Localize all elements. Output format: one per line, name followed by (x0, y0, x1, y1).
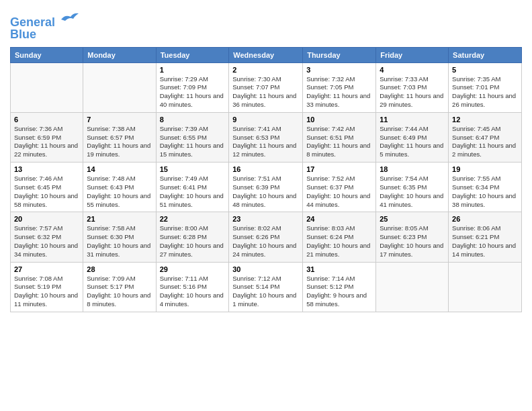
calendar-cell: 23Sunrise: 8:02 AM Sunset: 6:26 PM Dayli… (229, 212, 303, 262)
logo-bird-icon (60, 10, 80, 26)
day-info: Sunrise: 7:14 AM Sunset: 5:12 PM Dayligh… (306, 275, 372, 309)
calendar-cell: 27Sunrise: 7:08 AM Sunset: 5:19 PM Dayli… (11, 262, 83, 312)
day-number: 9 (232, 116, 299, 124)
calendar-cell: 6Sunrise: 7:36 AM Sunset: 6:59 PM Daylig… (11, 112, 83, 162)
day-header-thursday: Thursday (303, 47, 376, 62)
day-info: Sunrise: 7:41 AM Sunset: 6:53 PM Dayligh… (232, 125, 299, 159)
day-info: Sunrise: 7:09 AM Sunset: 5:17 PM Dayligh… (87, 275, 152, 309)
day-number: 3 (306, 66, 372, 74)
day-info: Sunrise: 8:00 AM Sunset: 6:28 PM Dayligh… (160, 224, 226, 259)
logo-blue: Blue (10, 28, 80, 42)
day-info: Sunrise: 7:45 AM Sunset: 6:47 PM Dayligh… (452, 125, 518, 159)
day-info: Sunrise: 7:12 AM Sunset: 5:14 PM Dayligh… (232, 275, 299, 309)
day-number: 6 (14, 116, 79, 124)
day-info: Sunrise: 7:49 AM Sunset: 6:41 PM Dayligh… (160, 175, 226, 209)
day-info: Sunrise: 7:42 AM Sunset: 6:51 PM Dayligh… (306, 125, 372, 159)
day-info: Sunrise: 7:55 AM Sunset: 6:34 PM Dayligh… (452, 175, 518, 209)
page: General Blue SundayMondayTuesdayWednesda… (0, 0, 532, 322)
day-header-tuesday: Tuesday (156, 47, 229, 62)
calendar-cell: 9Sunrise: 7:41 AM Sunset: 6:53 PM Daylig… (229, 112, 303, 162)
calendar-cell: 16Sunrise: 7:51 AM Sunset: 6:39 PM Dayli… (229, 163, 303, 212)
day-number: 27 (14, 265, 79, 273)
day-info: Sunrise: 7:32 AM Sunset: 7:05 PM Dayligh… (306, 75, 372, 109)
calendar-cell: 18Sunrise: 7:54 AM Sunset: 6:35 PM Dayli… (376, 163, 449, 212)
calendar-cell: 20Sunrise: 7:57 AM Sunset: 6:32 PM Dayli… (11, 212, 83, 262)
calendar-cell: 22Sunrise: 8:00 AM Sunset: 6:28 PM Dayli… (156, 212, 229, 262)
calendar-cell: 15Sunrise: 7:49 AM Sunset: 6:41 PM Dayli… (156, 163, 229, 212)
calendar-cell: 7Sunrise: 7:38 AM Sunset: 6:57 PM Daylig… (83, 112, 156, 162)
calendar-cell (449, 262, 522, 312)
day-number: 24 (306, 215, 372, 223)
calendar-cell: 26Sunrise: 8:06 AM Sunset: 6:21 PM Dayli… (449, 212, 522, 262)
calendar-cell: 5Sunrise: 7:35 AM Sunset: 7:01 PM Daylig… (449, 62, 522, 112)
calendar-cell: 8Sunrise: 7:39 AM Sunset: 6:55 PM Daylig… (156, 112, 229, 162)
calendar-cell: 12Sunrise: 7:45 AM Sunset: 6:47 PM Dayli… (449, 112, 522, 162)
day-info: Sunrise: 7:54 AM Sunset: 6:35 PM Dayligh… (380, 175, 445, 209)
calendar-cell: 14Sunrise: 7:48 AM Sunset: 6:43 PM Dayli… (83, 163, 156, 212)
calendar-cell: 30Sunrise: 7:12 AM Sunset: 5:14 PM Dayli… (229, 262, 303, 312)
day-number: 5 (452, 66, 518, 74)
calendar-week-2: 6Sunrise: 7:36 AM Sunset: 6:59 PM Daylig… (11, 112, 522, 162)
day-info: Sunrise: 7:48 AM Sunset: 6:43 PM Dayligh… (87, 175, 152, 209)
calendar-cell: 2Sunrise: 7:30 AM Sunset: 7:07 PM Daylig… (229, 62, 303, 112)
day-header-sunday: Sunday (11, 47, 83, 62)
day-number: 14 (87, 165, 152, 173)
day-info: Sunrise: 7:58 AM Sunset: 6:30 PM Dayligh… (87, 224, 152, 259)
calendar-cell: 17Sunrise: 7:52 AM Sunset: 6:37 PM Dayli… (303, 163, 376, 212)
day-number: 30 (232, 265, 299, 273)
day-info: Sunrise: 8:02 AM Sunset: 6:26 PM Dayligh… (232, 224, 299, 259)
day-info: Sunrise: 7:57 AM Sunset: 6:32 PM Dayligh… (14, 224, 79, 259)
calendar-cell: 29Sunrise: 7:11 AM Sunset: 5:16 PM Dayli… (156, 262, 229, 312)
day-number: 18 (380, 165, 445, 173)
calendar-cell: 1Sunrise: 7:29 AM Sunset: 7:09 PM Daylig… (156, 62, 229, 112)
day-number: 19 (452, 165, 518, 173)
calendar-cell (11, 62, 83, 112)
day-info: Sunrise: 7:08 AM Sunset: 5:19 PM Dayligh… (14, 275, 79, 309)
calendar-cell: 11Sunrise: 7:44 AM Sunset: 6:49 PM Dayli… (376, 112, 449, 162)
day-info: Sunrise: 7:29 AM Sunset: 7:09 PM Dayligh… (160, 75, 226, 109)
day-number: 12 (452, 116, 518, 124)
day-number: 26 (452, 215, 518, 223)
calendar-cell (83, 62, 156, 112)
day-info: Sunrise: 7:44 AM Sunset: 6:49 PM Dayligh… (380, 125, 445, 159)
calendar-cell: 25Sunrise: 8:05 AM Sunset: 6:23 PM Dayli… (376, 212, 449, 262)
calendar-cell: 10Sunrise: 7:42 AM Sunset: 6:51 PM Dayli… (303, 112, 376, 162)
day-header-saturday: Saturday (449, 47, 522, 62)
calendar-cell: 3Sunrise: 7:32 AM Sunset: 7:05 PM Daylig… (303, 62, 376, 112)
logo-general: General (10, 15, 55, 29)
calendar-week-5: 27Sunrise: 7:08 AM Sunset: 5:19 PM Dayli… (11, 262, 522, 312)
day-info: Sunrise: 7:33 AM Sunset: 7:03 PM Dayligh… (380, 75, 445, 109)
day-info: Sunrise: 8:06 AM Sunset: 6:21 PM Dayligh… (452, 224, 518, 259)
calendar-cell: 13Sunrise: 7:46 AM Sunset: 6:45 PM Dayli… (11, 163, 83, 212)
day-number: 4 (380, 66, 445, 74)
day-info: Sunrise: 7:11 AM Sunset: 5:16 PM Dayligh… (160, 275, 226, 309)
day-number: 29 (160, 265, 226, 273)
calendar-week-4: 20Sunrise: 7:57 AM Sunset: 6:32 PM Dayli… (11, 212, 522, 262)
day-info: Sunrise: 7:38 AM Sunset: 6:57 PM Dayligh… (87, 125, 152, 159)
calendar-cell: 31Sunrise: 7:14 AM Sunset: 5:12 PM Dayli… (303, 262, 376, 312)
day-info: Sunrise: 7:51 AM Sunset: 6:39 PM Dayligh… (232, 175, 299, 209)
header: General Blue (10, 7, 522, 42)
day-info: Sunrise: 8:03 AM Sunset: 6:24 PM Dayligh… (306, 224, 372, 259)
day-number: 11 (380, 116, 445, 124)
day-number: 2 (232, 66, 299, 74)
logo-text: General (10, 10, 80, 30)
calendar-cell: 19Sunrise: 7:55 AM Sunset: 6:34 PM Dayli… (449, 163, 522, 212)
day-number: 10 (306, 116, 372, 124)
day-number: 1 (160, 66, 226, 74)
day-header-friday: Friday (376, 47, 449, 62)
day-number: 23 (232, 215, 299, 223)
day-info: Sunrise: 7:35 AM Sunset: 7:01 PM Dayligh… (452, 75, 518, 109)
day-number: 20 (14, 215, 79, 223)
day-header-monday: Monday (83, 47, 156, 62)
day-info: Sunrise: 8:05 AM Sunset: 6:23 PM Dayligh… (380, 224, 445, 259)
calendar-cell: 21Sunrise: 7:58 AM Sunset: 6:30 PM Dayli… (83, 212, 156, 262)
day-number: 13 (14, 165, 79, 173)
day-number: 31 (306, 265, 372, 273)
calendar-cell: 24Sunrise: 8:03 AM Sunset: 6:24 PM Dayli… (303, 212, 376, 262)
day-info: Sunrise: 7:36 AM Sunset: 6:59 PM Dayligh… (14, 125, 79, 159)
calendar-header-row: SundayMondayTuesdayWednesdayThursdayFrid… (11, 47, 522, 62)
day-info: Sunrise: 7:30 AM Sunset: 7:07 PM Dayligh… (232, 75, 299, 109)
calendar-cell (376, 262, 449, 312)
day-info: Sunrise: 7:52 AM Sunset: 6:37 PM Dayligh… (306, 175, 372, 209)
